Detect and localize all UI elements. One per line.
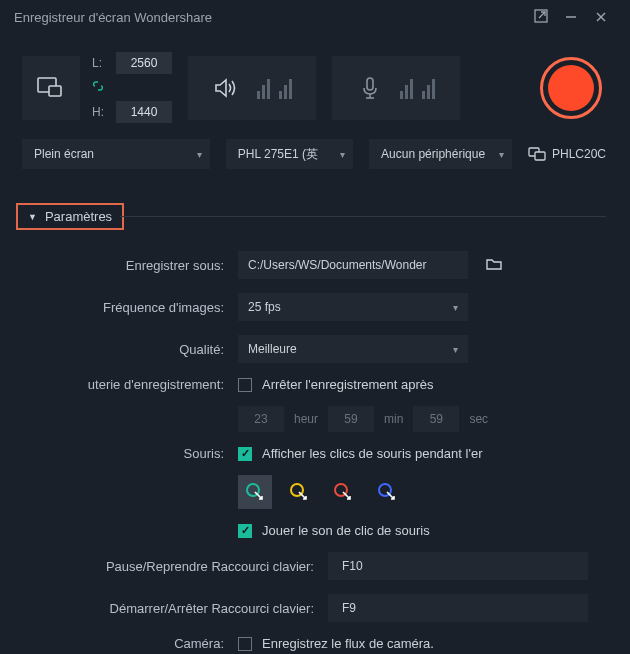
start-hotkey-label: Démarrer/Arrêter Raccourci clavier: [28, 601, 328, 616]
top-panel: L: 2560 H: 1440 [0, 34, 630, 133]
show-clicks-checkbox[interactable] [238, 447, 252, 461]
chevron-down-icon: ▾ [499, 149, 504, 160]
fps-label: Fréquence d'images: [28, 300, 238, 315]
svg-rect-8 [367, 78, 373, 90]
audio-device-label: PHL 275E1 (英 [238, 146, 318, 163]
parameters-toggle[interactable]: ▼ Paramètres [16, 203, 124, 230]
capture-screen-button[interactable] [22, 56, 80, 120]
save-path-input[interactable]: C:/Users/WS/Documents/Wonder [238, 251, 468, 279]
monitor-icon [528, 147, 546, 161]
record-icon [548, 65, 594, 111]
show-clicks-label: Afficher les clics de souris pendant l'e… [262, 446, 482, 461]
chevron-down-icon: ▾ [453, 344, 458, 355]
mic-device-label: Aucun périphérique [381, 147, 485, 161]
width-input[interactable]: 2560 [116, 52, 172, 74]
fps-select[interactable]: 25 fps ▾ [238, 293, 468, 321]
timer-label: uterie d'enregistrement: [28, 377, 238, 392]
camera-label: Caméra: [28, 636, 238, 651]
parameters-label: Paramètres [45, 209, 112, 224]
quality-value: Meilleure [248, 342, 297, 356]
pause-hotkey-input[interactable]: F10 [328, 552, 588, 580]
system-audio-block[interactable] [188, 56, 316, 120]
record-button[interactable] [540, 57, 602, 119]
save-as-label: Enregistrer sous: [28, 258, 238, 273]
minimize-icon[interactable] [556, 9, 586, 26]
mouse-label: Souris: [28, 446, 238, 461]
popout-icon[interactable] [526, 9, 556, 26]
device-row: Plein écran ▾ PHL 275E1 (英 ▾ Aucun périp… [0, 133, 630, 183]
monitor-label: PHLC20C [552, 147, 606, 161]
audio-level-icon [257, 77, 292, 99]
monitor-button[interactable]: PHLC20C [528, 147, 608, 161]
fps-value: 25 fps [248, 300, 281, 314]
height-label: H: [92, 105, 106, 119]
cursor-color-options [238, 475, 602, 509]
speaker-icon [213, 75, 239, 101]
start-hotkey-input[interactable]: F9 [328, 594, 588, 622]
timer-checkbox-label: Arrêter l'enregistrement après [262, 377, 434, 392]
timer-checkbox[interactable] [238, 378, 252, 392]
microphone-block[interactable] [332, 56, 460, 120]
timer-minutes-input[interactable]: 59 [328, 406, 374, 432]
mic-device-select[interactable]: Aucun périphérique ▾ [369, 139, 512, 169]
camera-checkbox-label: Enregistrez le flux de caméra. [262, 636, 434, 651]
svg-rect-5 [49, 86, 61, 96]
cursor-color-yellow[interactable] [282, 475, 316, 509]
quality-select[interactable]: Meilleure ▾ [238, 335, 468, 363]
pause-hotkey-value: F10 [342, 559, 363, 573]
screen-icon [36, 76, 66, 100]
screen-block: L: 2560 H: 1440 [22, 52, 172, 123]
click-sound-label: Jouer le son de clic de souris [262, 523, 430, 538]
lock-aspect-icon[interactable] [92, 80, 104, 95]
camera-checkbox[interactable] [238, 637, 252, 651]
separator [120, 216, 606, 217]
timer-hours-unit: heur [294, 412, 318, 426]
click-sound-checkbox[interactable] [238, 524, 252, 538]
capture-mode-select[interactable]: Plein écran ▾ [22, 139, 210, 169]
svg-rect-12 [535, 152, 545, 160]
parameters-form: Enregistrer sous: C:/Users/WS/Documents/… [0, 249, 630, 654]
close-icon[interactable] [586, 9, 616, 26]
cursor-color-blue[interactable] [370, 475, 404, 509]
window-title: Enregistreur d'écran Wondershare [14, 10, 526, 25]
start-hotkey-value: F9 [342, 601, 356, 615]
timer-minutes-unit: min [384, 412, 403, 426]
capture-mode-label: Plein écran [34, 147, 94, 161]
timer-seconds-unit: sec [469, 412, 488, 426]
cursor-color-green[interactable] [238, 475, 272, 509]
chevron-down-icon: ▾ [453, 302, 458, 313]
save-path-value: C:/Users/WS/Documents/Wonder [248, 258, 427, 272]
title-bar: Enregistreur d'écran Wondershare [0, 0, 630, 34]
chevron-down-icon: ▾ [197, 149, 202, 160]
width-label: L: [92, 56, 106, 70]
quality-label: Qualité: [28, 342, 238, 357]
pause-hotkey-label: Pause/Reprendre Raccourci clavier: [28, 559, 328, 574]
folder-icon[interactable] [486, 257, 502, 273]
timer-seconds-input[interactable]: 59 [413, 406, 459, 432]
microphone-icon [358, 75, 382, 101]
audio-device-select[interactable]: PHL 275E1 (英 ▾ [226, 139, 353, 169]
timer-hours-input[interactable]: 23 [238, 406, 284, 432]
chevron-down-icon: ▾ [340, 149, 345, 160]
cursor-color-red[interactable] [326, 475, 360, 509]
mic-level-icon [400, 77, 435, 99]
dimensions: L: 2560 H: 1440 [92, 52, 172, 123]
height-input[interactable]: 1440 [116, 101, 172, 123]
triangle-down-icon: ▼ [28, 212, 37, 222]
